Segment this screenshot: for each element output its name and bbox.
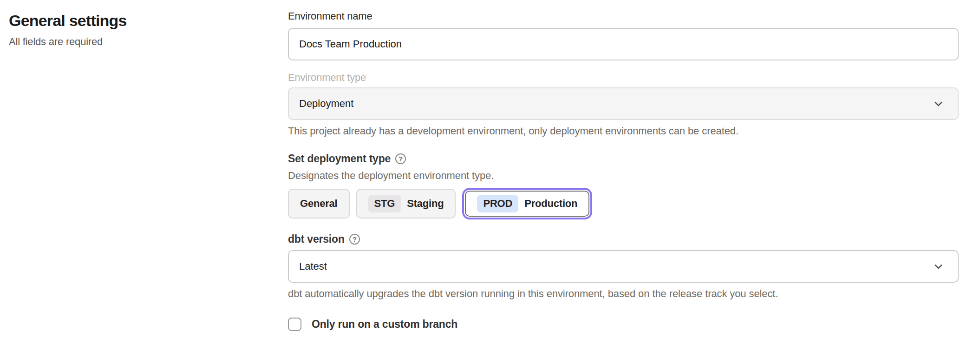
general-settings-page: General settings All fields are required…: [0, 0, 980, 331]
deployment-type-option-staging[interactable]: STG Staging: [356, 189, 456, 219]
environment-type-value: Deployment: [299, 98, 353, 110]
settings-intro: General settings All fields are required: [0, 0, 288, 48]
page-title: General settings: [9, 11, 288, 30]
environment-name-input[interactable]: [288, 28, 959, 60]
custom-branch-label[interactable]: Only run on a custom branch: [312, 318, 457, 331]
custom-branch-checkbox[interactable]: [288, 318, 301, 331]
production-badge: PROD: [477, 195, 518, 212]
help-icon[interactable]: ?: [395, 153, 406, 164]
dbt-version-label: dbt version: [288, 232, 345, 245]
staging-badge: STG: [368, 195, 401, 212]
selected-option-ring: PROD Production: [462, 188, 592, 219]
dbt-version-select[interactable]: Latest: [288, 250, 959, 283]
dbt-version-value: Latest: [299, 260, 327, 272]
environment-settings-form: Environment name Environment type Deploy…: [288, 0, 959, 331]
deployment-type-option-label: Production: [524, 198, 577, 210]
environment-type-select: Deployment: [288, 87, 959, 120]
page-subtitle: All fields are required: [9, 36, 288, 48]
deployment-type-option-label: Staging: [407, 198, 444, 210]
deployment-type-option-general[interactable]: General: [288, 189, 350, 219]
chevron-down-icon: [932, 98, 945, 110]
deployment-type-options: General STG Staging PROD Production: [288, 188, 959, 219]
deployment-type-header: Set deployment type ?: [288, 152, 959, 165]
chevron-down-icon: [932, 260, 945, 273]
deployment-type-option-production[interactable]: PROD Production: [465, 191, 589, 217]
deployment-type-helper: Designates the deployment environment ty…: [288, 170, 959, 182]
deployment-type-label: Set deployment type: [288, 152, 391, 165]
help-icon[interactable]: ?: [349, 234, 360, 245]
custom-branch-row: Only run on a custom branch: [288, 318, 959, 331]
dbt-version-helper: dbt automatically upgrades the dbt versi…: [288, 288, 959, 300]
environment-type-label: Environment type: [288, 72, 959, 84]
environment-type-helper: This project already has a development e…: [288, 125, 959, 137]
dbt-version-header: dbt version ?: [288, 232, 959, 245]
environment-name-label: Environment name: [288, 10, 959, 22]
deployment-type-option-label: General: [300, 198, 338, 210]
